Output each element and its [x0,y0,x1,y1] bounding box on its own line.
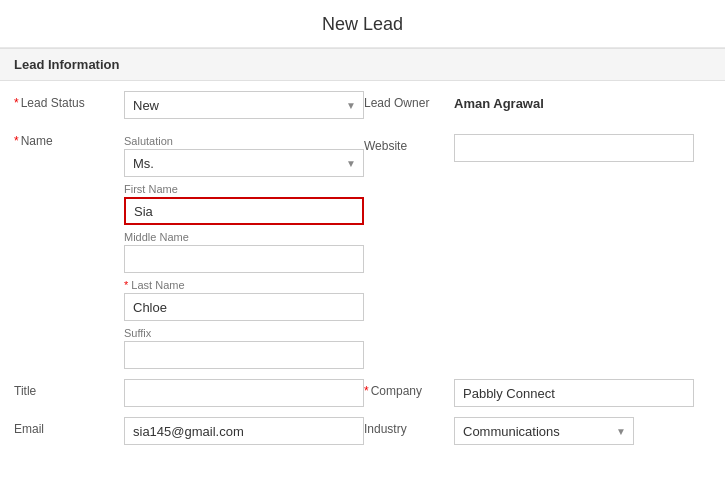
industry-select-wrapper[interactable]: Communications Technology Finance Health… [454,417,634,445]
website-col: Website [364,129,713,162]
company-label: *Company [364,379,454,398]
page-title: New Lead [0,0,725,48]
email-field [124,417,364,445]
email-col: Email [14,417,364,445]
email-label: Email [14,417,124,436]
name-label: *Name [14,129,124,148]
middle-name-label: Middle Name [124,231,364,243]
salutation-label: Salutation [124,135,364,147]
industry-select[interactable]: Communications Technology Finance Health… [454,417,634,445]
middle-name-input[interactable] [124,245,364,273]
lead-status-required: * [14,96,19,110]
form-row-title: Title *Company [14,379,711,407]
form-row-email: Email Industry Communications Technology… [14,417,711,445]
company-col: *Company [364,379,713,407]
lead-owner-value: Aman Agrawal [454,91,544,111]
lead-status-field: New Contacted Qualified Lost Converted ▼ [124,91,364,119]
last-name-input[interactable] [124,293,364,321]
website-input[interactable] [454,134,694,162]
salutation-select[interactable]: Mr. Ms. Mrs. Dr. Prof. [124,149,364,177]
form-row-lead-status: *Lead Status New Contacted Qualified Los… [14,91,711,119]
title-field [124,379,364,407]
title-label: Title [14,379,124,398]
industry-field: Communications Technology Finance Health… [454,417,713,445]
lead-status-select[interactable]: New Contacted Qualified Lost Converted [124,91,364,119]
first-name-label: First Name [124,183,364,195]
website-label: Website [364,134,454,153]
first-name-input[interactable] [124,197,364,225]
email-input[interactable] [124,417,364,445]
name-required: * [14,134,19,148]
lead-owner-label: Lead Owner [364,91,454,110]
website-field [454,134,713,162]
industry-label: Industry [364,417,454,436]
lead-status-col: *Lead Status New Contacted Qualified Los… [14,91,364,119]
last-name-label: * Last Name [124,279,364,291]
salutation-select-wrapper[interactable]: Mr. Ms. Mrs. Dr. Prof. ▼ [124,149,364,177]
title-col: Title [14,379,364,407]
form-row-name: *Name Salutation Mr. Ms. Mrs. Dr. Prof. … [14,129,711,369]
lead-owner-col: Lead Owner Aman Agrawal [364,91,713,111]
suffix-input[interactable] [124,341,364,369]
form-body: *Lead Status New Contacted Qualified Los… [0,81,725,465]
industry-col: Industry Communications Technology Finan… [364,417,713,445]
name-fields: Salutation Mr. Ms. Mrs. Dr. Prof. ▼ Firs… [124,129,364,369]
company-input[interactable] [454,379,694,407]
name-col: *Name Salutation Mr. Ms. Mrs. Dr. Prof. … [14,129,364,369]
lead-status-label: *Lead Status [14,91,124,110]
section-header: Lead Information [0,48,725,81]
company-field [454,379,713,407]
lead-status-select-wrapper[interactable]: New Contacted Qualified Lost Converted ▼ [124,91,364,119]
suffix-label: Suffix [124,327,364,339]
title-input[interactable] [124,379,364,407]
